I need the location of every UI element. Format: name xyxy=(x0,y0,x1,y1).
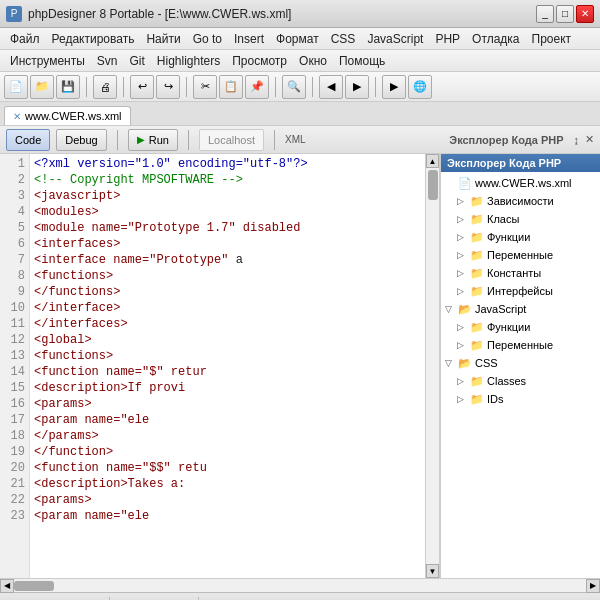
code-line: <?xml version="1.0" encoding="utf-8"?> xyxy=(34,156,421,172)
xml-label: XML xyxy=(285,134,306,145)
menu-highlighters[interactable]: Highlighters xyxy=(151,52,226,70)
panel-pin-icon[interactable]: ↨ xyxy=(574,134,580,146)
toolbar-run[interactable]: ▶ xyxy=(382,75,406,99)
tree-item-label: Константы xyxy=(487,267,541,279)
tree-item[interactable]: ▷📁Функции xyxy=(441,318,600,336)
toolbar-paste[interactable]: 📌 xyxy=(245,75,269,99)
vertical-scrollbar[interactable]: ▲ ▼ xyxy=(425,154,439,578)
menu-goto[interactable]: Go to xyxy=(187,30,228,48)
line-number: 15 xyxy=(0,380,29,396)
tree-item[interactable]: ▷📁Переменные xyxy=(441,246,600,264)
code-line: <global> xyxy=(34,332,421,348)
tree-item[interactable]: ▷📁Classes xyxy=(441,372,600,390)
tree-item[interactable]: 📄www.CWER.ws.xml xyxy=(441,174,600,192)
panel-close-icon[interactable]: ✕ xyxy=(585,133,594,146)
app-icon: P xyxy=(6,6,22,22)
tree-item[interactable]: ▽📂JavaScript xyxy=(441,300,600,318)
menu-svn[interactable]: Svn xyxy=(91,52,124,70)
menu-git[interactable]: Git xyxy=(124,52,151,70)
menu-file[interactable]: Файл xyxy=(4,30,46,48)
explorer-header: Эксплорер Кода PHP xyxy=(441,154,600,172)
scroll-up-arrow[interactable]: ▲ xyxy=(426,154,439,168)
tree-item[interactable]: ▷📁Переменные xyxy=(441,336,600,354)
scroll-down-arrow[interactable]: ▼ xyxy=(426,564,439,578)
code-line: <function name="$" retur xyxy=(34,364,421,380)
run-button[interactable]: ▶ Run xyxy=(128,129,178,151)
toolbar-redo[interactable]: ↪ xyxy=(156,75,180,99)
status-sep-2 xyxy=(198,597,199,601)
line-number: 7 xyxy=(0,252,29,268)
hscroll-track[interactable] xyxy=(14,581,586,591)
toolbar-browser[interactable]: 🌐 xyxy=(408,75,432,99)
line-number: 8 xyxy=(0,268,29,284)
code-button[interactable]: Code xyxy=(6,129,50,151)
menu-css[interactable]: CSS xyxy=(325,30,362,48)
menu-javascript[interactable]: JavaScript xyxy=(361,30,429,48)
toolbar-undo[interactable]: ↩ xyxy=(130,75,154,99)
menu-debug[interactable]: Отладка xyxy=(466,30,525,48)
code-line: <params> xyxy=(34,396,421,412)
horizontal-scrollbar[interactable]: ◀ ▶ xyxy=(0,578,600,592)
code-line: </function> xyxy=(34,444,421,460)
line-number: 10 xyxy=(0,300,29,316)
toolbar-main: 📄 📁 💾 🖨 ↩ ↪ ✂ 📋 📌 🔍 ◀ ▶ ▶ 🌐 xyxy=(0,72,600,102)
line-number: 1 xyxy=(0,156,29,172)
toolbar-sep-4 xyxy=(275,77,276,97)
toolbar-back[interactable]: ◀ xyxy=(319,75,343,99)
menu-project[interactable]: Проект xyxy=(526,30,578,48)
menu-format[interactable]: Формат xyxy=(270,30,325,48)
toolbar-print[interactable]: 🖨 xyxy=(93,75,117,99)
tree-item-label: Функции xyxy=(487,321,530,333)
tree-item[interactable]: ▷📁Зависимости xyxy=(441,192,600,210)
toolbar-cut[interactable]: ✂ xyxy=(193,75,217,99)
close-button[interactable]: ✕ xyxy=(576,5,594,23)
menu-window[interactable]: Окно xyxy=(293,52,333,70)
code-line: <javascript> xyxy=(34,188,421,204)
line-number: 19 xyxy=(0,444,29,460)
toolbar-new[interactable]: 📄 xyxy=(4,75,28,99)
toolbar-open[interactable]: 📁 xyxy=(30,75,54,99)
tree-item-label: Переменные xyxy=(487,339,553,351)
scroll-thumb[interactable] xyxy=(428,170,438,200)
menu-help[interactable]: Помощь xyxy=(333,52,391,70)
scroll-right-arrow[interactable]: ▶ xyxy=(586,579,600,593)
menu-tools[interactable]: Инструменты xyxy=(4,52,91,70)
tree-item[interactable]: ▷📁IDs xyxy=(441,390,600,408)
menu-php[interactable]: PHP xyxy=(429,30,466,48)
sub-toolbar: Code Debug ▶ Run Localhost XML Эксплорер… xyxy=(0,126,600,154)
tree-item[interactable]: ▽📂CSS xyxy=(441,354,600,372)
tree-item[interactable]: ▷📁Константы xyxy=(441,264,600,282)
tree-item[interactable]: ▷📁Функции xyxy=(441,228,600,246)
hscroll-thumb[interactable] xyxy=(14,581,54,591)
minimize-button[interactable]: _ xyxy=(536,5,554,23)
toolbar-find[interactable]: 🔍 xyxy=(282,75,306,99)
line-number: 20 xyxy=(0,460,29,476)
file-tab-cwer[interactable]: ✕ www.CWER.ws.xml xyxy=(4,106,131,125)
line-number: 14 xyxy=(0,364,29,380)
localhost-button[interactable]: Localhost xyxy=(199,129,264,151)
maximize-button[interactable]: □ xyxy=(556,5,574,23)
explorer-tree[interactable]: 📄www.CWER.ws.xml▷📁Зависимости▷📁Класы▷📁Фу… xyxy=(441,172,600,578)
window-controls[interactable]: _ □ ✕ xyxy=(536,5,594,23)
line-number: 18 xyxy=(0,428,29,444)
toolbar-save[interactable]: 💾 xyxy=(56,75,80,99)
code-line: <description>If provi xyxy=(34,380,421,396)
toolbar-forward[interactable]: ▶ xyxy=(345,75,369,99)
menu-insert[interactable]: Insert xyxy=(228,30,270,48)
line-number: 4 xyxy=(0,204,29,220)
menu-view[interactable]: Просмотр xyxy=(226,52,293,70)
tree-item[interactable]: ▷📁Интерфейсы xyxy=(441,282,600,300)
scroll-left-arrow[interactable]: ◀ xyxy=(0,579,14,593)
menu-edit[interactable]: Редактировать xyxy=(46,30,141,48)
menu-find[interactable]: Найти xyxy=(140,30,186,48)
code-content[interactable]: <?xml version="1.0" encoding="utf-8"?><!… xyxy=(30,154,425,578)
tree-item[interactable]: ▷📁Класы xyxy=(441,210,600,228)
toolbar-sep-3 xyxy=(186,77,187,97)
title-bar: P phpDesigner 8 Portable - [E:\www.CWER.… xyxy=(0,0,600,28)
debug-button[interactable]: Debug xyxy=(56,129,106,151)
line-number: 6 xyxy=(0,236,29,252)
code-editor[interactable]: 1234567891011121314151617181920212223 <?… xyxy=(0,154,440,578)
line-numbers: 1234567891011121314151617181920212223 xyxy=(0,154,30,578)
toolbar-copy[interactable]: 📋 xyxy=(219,75,243,99)
tree-item-label: www.CWER.ws.xml xyxy=(475,177,572,189)
